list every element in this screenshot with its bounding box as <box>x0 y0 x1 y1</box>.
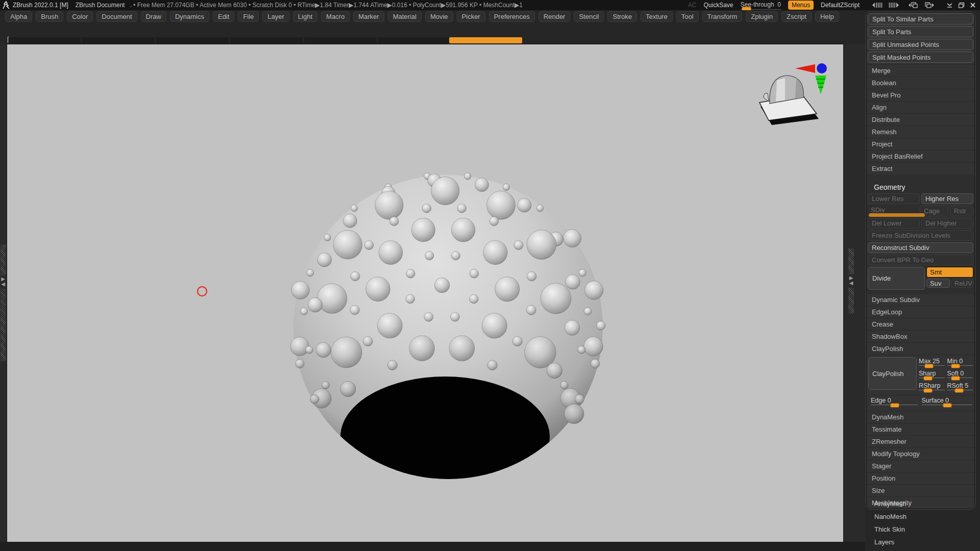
menu-tab[interactable]: Preferences <box>489 11 535 22</box>
palette-section-row[interactable]: Layers <box>874 537 974 547</box>
menus-button[interactable]: Menus <box>788 1 814 10</box>
smt-toggle[interactable]: Smt <box>926 267 973 278</box>
close-icon[interactable] <box>970 2 976 8</box>
reconstruct-subdiv-button[interactable]: Reconstruct Subdiv <box>868 242 973 253</box>
menu-tab[interactable]: Zscript <box>781 11 812 22</box>
subpalette-row[interactable]: Boolean <box>867 77 974 89</box>
restore-window-icon[interactable] <box>958 2 965 8</box>
scroll-doc-left-icon[interactable] <box>870 2 883 8</box>
tray-segment-active[interactable] <box>449 37 522 43</box>
menu-tab[interactable]: Help <box>815 11 839 22</box>
left-tray-handle[interactable] <box>1 289 6 361</box>
reuv-button[interactable]: ReUV <box>951 279 973 288</box>
slider-thumb[interactable] <box>923 388 933 393</box>
right-tray-divider[interactable]: ▶ ◀ <box>843 44 866 542</box>
subpalette-row[interactable]: ZRemesher <box>867 435 974 447</box>
ac-toggle[interactable]: AC <box>688 2 697 9</box>
subpalette-row[interactable]: Crease <box>867 318 974 330</box>
subpalette-row[interactable]: DynaMesh <box>867 411 974 423</box>
convert-bpr-button[interactable]: Convert BPR To Geo <box>868 255 973 265</box>
tray-segment[interactable] <box>304 37 377 43</box>
subpalette-row[interactable]: Distribute <box>867 113 974 126</box>
palette-section-row[interactable]: ArrayMesh <box>874 498 974 509</box>
menu-tab[interactable]: Texture <box>641 11 673 22</box>
default-zscript-button[interactable]: DefaultZScript <box>821 2 860 9</box>
subpalette-row[interactable]: Position <box>867 472 974 484</box>
geometry-section-header[interactable]: Geometry <box>867 181 974 193</box>
tray-segment[interactable] <box>8 37 81 43</box>
subpalette-row[interactable]: Bevel Pro <box>867 89 974 101</box>
subpalette-row[interactable]: Tessimate <box>867 423 974 435</box>
see-through-slider[interactable]: See-through 0 <box>741 1 781 10</box>
sdiv-slider-fill[interactable] <box>869 213 925 217</box>
menu-tab[interactable]: File <box>238 11 259 22</box>
menu-tab[interactable]: Edit <box>213 11 234 22</box>
scroll-doc-right-icon[interactable] <box>888 2 901 8</box>
claypolish-min-slider[interactable]: Min 0 <box>947 357 973 369</box>
subpalette-row[interactable]: Remesh <box>867 126 974 138</box>
left-tray-divider[interactable]: ▶ ◀ <box>0 44 7 542</box>
palette-section-row[interactable]: NanoMesh <box>874 511 974 521</box>
subpalette-row[interactable]: Stager <box>867 460 974 472</box>
subpalette-row[interactable]: Size <box>867 484 974 496</box>
menu-tab[interactable]: Dynamics <box>170 11 209 22</box>
subpalette-row[interactable]: Extract <box>867 162 974 174</box>
subpalette-row[interactable]: ShadowBox <box>867 330 974 342</box>
minimize-icon[interactable] <box>946 2 953 8</box>
subpalette-row[interactable]: Align <box>867 101 974 113</box>
menu-tab[interactable]: Macro <box>321 11 350 22</box>
menu-tab[interactable]: Brush <box>36 11 63 22</box>
menu-tab[interactable]: Marker <box>353 11 384 22</box>
del-higher-button[interactable]: Del Higher <box>921 218 973 229</box>
menu-tab[interactable]: Material <box>388 11 422 22</box>
suv-toggle[interactable]: Suv <box>926 279 950 288</box>
palette-section-row[interactable]: Thick Skin <box>874 524 974 534</box>
menu-tab[interactable]: Tool <box>676 11 699 22</box>
tray-segment[interactable] <box>156 37 229 43</box>
split-button[interactable]: Split To Similar Parts <box>868 13 973 24</box>
split-button[interactable]: Split To Parts <box>868 26 973 37</box>
subpalette-row[interactable]: Project BasRelief <box>867 150 974 162</box>
menu-tab[interactable]: Draw <box>141 11 166 22</box>
edge-slider[interactable]: Edge 0 <box>871 396 918 409</box>
slider-thumb[interactable] <box>923 376 933 381</box>
menu-tab[interactable]: Stroke <box>607 11 637 22</box>
del-lower-button[interactable]: Del Lower <box>868 218 920 229</box>
claypolish-sharp-slider[interactable]: Sharp <box>919 369 945 382</box>
tray-segment[interactable] <box>82 37 155 43</box>
slider-thumb[interactable] <box>951 364 960 368</box>
next-document-icon[interactable] <box>924 2 936 9</box>
subpalette-row[interactable]: EdgeLoop <box>867 306 974 318</box>
subpalette-row[interactable]: Merge <box>867 64 974 77</box>
menu-tab[interactable]: Document <box>96 11 137 22</box>
right-tray-handle[interactable] <box>848 248 854 274</box>
subpalette-row[interactable]: Project <box>867 138 974 150</box>
document-canvas[interactable] <box>7 44 843 542</box>
claypolish-rsharp-slider[interactable]: RSharp <box>919 382 945 394</box>
slider-thumb[interactable] <box>924 364 934 368</box>
left-tray-handle[interactable] <box>1 245 6 276</box>
quicksave-button[interactable]: QuickSave <box>704 2 733 9</box>
claypolish-rsoft-slider[interactable]: RSoft 5 <box>947 382 973 394</box>
divide-button[interactable]: Divide <box>868 267 925 290</box>
menu-tab[interactable]: Color <box>67 11 93 22</box>
freeze-subdivision-button[interactable]: Freeze SubDivision Levels <box>868 230 973 241</box>
menu-tab[interactable]: Layer <box>262 11 289 22</box>
menu-tab[interactable]: Light <box>293 11 317 22</box>
slider-thumb[interactable] <box>954 388 964 393</box>
menu-tab[interactable]: Zplugin <box>746 11 778 22</box>
split-button[interactable]: Split Unmasked Points <box>868 39 973 50</box>
subpalette-row[interactable]: Dynamic Subdiv <box>867 293 974 306</box>
sdiv-slider[interactable]: SDiv <box>868 206 918 216</box>
close-left-tray-icon[interactable]: ◀ <box>1 282 5 287</box>
surface-slider[interactable]: Surface 0 <box>922 396 972 409</box>
sculpted-sphere-mesh[interactable] <box>290 173 605 497</box>
right-tray-handle[interactable] <box>848 288 854 314</box>
close-right-tray-icon[interactable]: ◀ <box>849 281 853 286</box>
claypolish-soft-slider[interactable]: Soft 0 <box>947 369 973 382</box>
claypolish-subpalette-row[interactable]: ClayPolish <box>867 342 974 355</box>
sculpt-viewport[interactable] <box>7 44 843 542</box>
claypolish-max-slider[interactable]: Max 25 <box>919 357 945 369</box>
tray-segment[interactable] <box>230 37 303 43</box>
lower-res-button[interactable]: Lower Res <box>868 193 920 204</box>
